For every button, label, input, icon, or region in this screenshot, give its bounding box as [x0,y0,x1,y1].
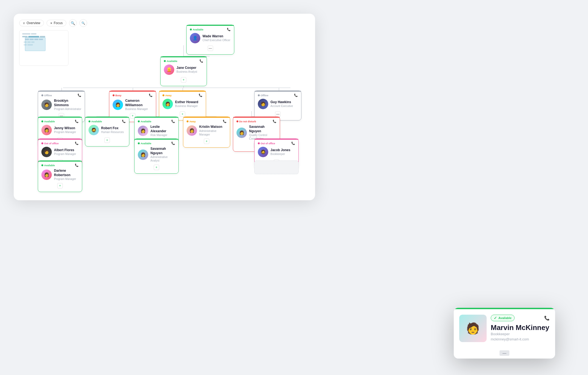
mini-map [19,30,68,66]
card-body: 🧔 Jacob Jones Bookkeeper [258,147,295,157]
zoom-button[interactable]: 🔍 [79,19,87,27]
emp-card-jane[interactable]: Available 📞 👱 Jane Cooper Business Analy… [160,56,207,86]
phone-icon: 📞 [75,120,79,123]
emp-name: Darlene Robertson [54,169,79,177]
status-badge: Away [187,120,196,123]
card-body: 👤 Wade Warren Chief Executive Officer [190,33,231,43]
status-badge: Available [138,120,151,123]
emp-card-esther[interactable]: Away 📞 👩 Esther Howard Business Manager … [159,91,206,120]
emp-title: Account Executive [270,104,293,108]
emp-title: Business Analyst [176,70,197,74]
toolbar: ∨ Overview ✕ Focus 🔍 🔍 [19,19,310,27]
status-badge: Available [41,120,55,123]
phone-icon: 📞 [199,59,203,63]
card-body: 👩 Darlene Robertson Program Manager [41,169,79,181]
status-badge: Available [138,142,151,145]
popup-card-marvin[interactable]: 🧑 ✓ Available 📞 Marvin McKinney Bookkeep… [454,308,555,359]
popup-inner: 🧑 ✓ Available 📞 Marvin McKinney Bookkeep… [454,309,555,348]
status-row: Offline 📞 [41,94,81,97]
mini-map-highlight [25,37,45,51]
status-dot [162,94,164,96]
status-dot [89,120,90,122]
phone-icon: 📞 [223,120,227,123]
avatar: 🧑 [41,100,52,110]
emp-card-kristin[interactable]: Away 📞 👩 Kristin Watson Administrative M… [183,117,230,148]
emp-name: Jenny Wilson [54,126,76,131]
phone-icon: 📞 [149,94,153,97]
popup-info: ✓ Available 📞 Marvin McKinney Bookkeeper… [491,315,550,341]
status-row: Out of office 📞 [41,142,79,145]
status-row: Away 📞 [187,120,227,123]
expand-btn[interactable]: + [181,77,186,83]
top-bar [255,91,301,92]
search-button[interactable]: 🔍 [69,19,77,27]
emp-name: Wade Warren [202,34,230,39]
emp-name: Jane Cooper [176,66,197,70]
emp-card-wade[interactable]: Available 📞 👤 Wade Warren Chief Executiv… [186,25,234,55]
card-body: 👩 Jenny Wilson Program Manager [41,125,79,135]
popup-collapse-btn[interactable]: — [499,350,509,356]
focus-button[interactable]: ✕ Focus [47,20,66,26]
emp-title: Administrative Manager [199,129,227,136]
top-bar [161,57,207,57]
card-body: 👩 Cameron Williamson Business Manager [113,99,153,111]
top-bar [135,139,178,140]
emp-info: Wade Warren Chief Executive Officer [202,34,230,42]
top-bar [255,139,298,140]
avatar: 👩 [138,126,148,136]
overview-button[interactable]: ∨ Overview [19,20,44,26]
emp-card-robert[interactable]: Available 📞 🧔 Robert Fox Human Resources… [85,117,129,146]
mini-map-content [22,33,65,46]
emp-info: Robert Fox Human Resources [101,126,124,134]
emp-name: Savannah Nguyen [150,147,175,155]
emp-card-savannah-an[interactable]: Available 📞 👩 Savannah Nguyen Administra… [134,139,179,174]
emp-info: Savannah Nguyen Administrative Analyst [150,147,175,162]
collapse-btn[interactable]: — [208,46,213,51]
top-bar [109,91,156,92]
popup-avatar: 🧑 [459,315,487,342]
avatar: 👩 [113,100,123,110]
expand-btn[interactable]: + [57,183,63,188]
avatar: 👩 [236,128,247,138]
overview-label: Overview [27,21,40,25]
org-chart-panel: ∨ Overview ✕ Focus 🔍 🔍 [14,14,315,200]
status-dot [41,94,43,96]
status-row: Offline 📞 [258,94,298,97]
status-row: Available 📞 [138,142,175,145]
emp-info: Kristin Watson Administrative Manager [199,125,227,136]
avatar: 🧑 [258,99,268,109]
emp-name: Esther Howard [175,100,198,105]
search-icon: 🔍 [71,21,75,25]
expand-btn[interactable]: + [204,139,209,144]
emp-info: Jenny Wilson Program Manager [54,126,76,134]
expand-btn[interactable]: + [104,137,110,143]
card-body: 🧔 Robert Fox Human Resources [89,125,126,135]
expand-btn[interactable]: + [154,165,159,170]
status-dot [190,29,192,30]
avatar: 🧑 [41,147,52,157]
emp-title: Administrative Analyst [150,155,175,162]
emp-card-guy[interactable]: Offline 📞 🧑 Guy Hawkins Account Executiv… [254,91,301,120]
focus-icon: ✕ [50,22,52,25]
emp-info: Esther Howard Business Manager [175,100,198,108]
status-badge: Available [164,60,177,63]
emp-name: Kristin Watson [199,125,227,129]
popup-phone-icon: 📞 [544,315,550,321]
collapse-btn[interactable]: — [275,111,281,117]
status-row: Available 📞 [41,120,79,123]
emp-card-darlene[interactable]: Available 📞 👩 Darlene Robertson Program … [38,160,82,192]
emp-name: Guy Hawkins [270,100,293,105]
emp-info: Darlene Robertson Program Manager [54,169,79,181]
emp-title: Bookkeeper [270,152,290,156]
top-bar [159,91,206,92]
emp-title: Program Manager [54,177,79,181]
status-badge: Available [190,28,203,31]
emp-name: Albert Flores [54,148,76,153]
phone-icon: 📞 [122,120,126,123]
expand-btn[interactable]: + [180,111,185,117]
avatar: 👤 [190,33,200,43]
avatar: 👩 [41,125,52,135]
top-bar [38,139,82,140]
avatar: 👱 [164,64,174,75]
emp-name: Savannah Nguyen [249,125,276,133]
